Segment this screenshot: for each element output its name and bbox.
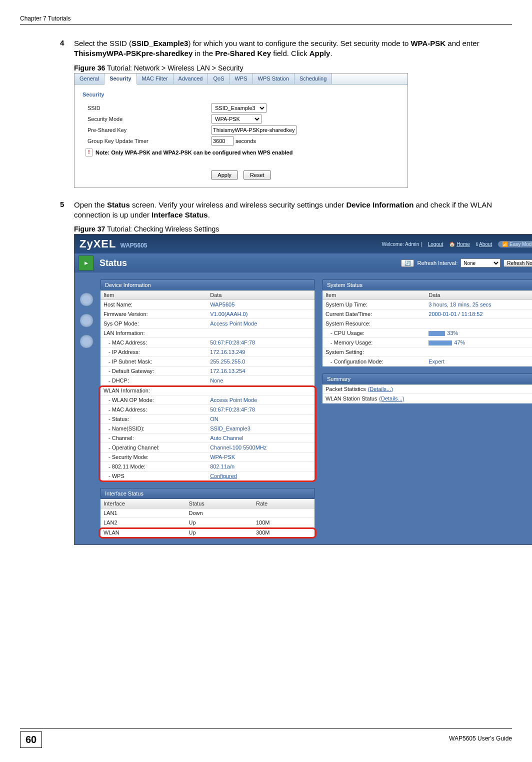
tab-scheduling[interactable]: Scheduling <box>294 74 332 84</box>
table-row: - Memory Usage:47% <box>322 338 532 348</box>
refresh-now-button[interactable]: Refresh Now <box>504 260 532 267</box>
tab-security[interactable]: Security <box>104 74 136 84</box>
refresh-controls: 🔄 Refresh Interval: None Refresh Now <box>401 258 532 268</box>
tab-mac-filter[interactable]: MAC Filter <box>137 74 174 84</box>
table-row: LAN1Down <box>100 508 314 518</box>
cell-key: - IP Subnet Mask: <box>100 357 207 366</box>
cell-value: 50:67:F0:28:4F:78 <box>207 338 314 348</box>
group-key-timer-input[interactable] <box>212 136 234 146</box>
cell-key: - Name(SSID): <box>100 424 207 434</box>
col-item: Item <box>100 290 207 300</box>
col-if: Interface <box>100 499 186 508</box>
cell-key: Sys OP Mode: <box>100 319 207 328</box>
security-mode-select[interactable]: WPA-PSK <box>212 114 262 124</box>
cell-value: 3 hours, 18 mins, 25 secs <box>426 300 532 310</box>
apply-button[interactable]: Apply <box>211 170 238 180</box>
nav-icon-1[interactable] <box>80 292 94 306</box>
link[interactable]: Configured <box>210 473 237 479</box>
cell-key: - MAC Address: <box>100 338 207 348</box>
cell-value: 50:67:F0:28:4F:78 <box>207 405 314 414</box>
details-link[interactable]: (Details...) <box>366 386 393 392</box>
figure-37-caption: Figure 37 Tutorial: Checking Wireless Se… <box>74 225 512 233</box>
cell-value: Auto Channel <box>207 434 314 443</box>
label-psk: Pre-Shared Key <box>82 127 212 133</box>
cell-value <box>426 319 532 328</box>
logout-link[interactable]: Logout <box>428 242 444 247</box>
cell-value: 33% <box>426 328 532 338</box>
table-row: - CPU Usage:33% <box>322 328 532 338</box>
device-info-table: ItemData Host Name:WAP5605Firmware Versi… <box>100 290 314 481</box>
usage-bar <box>428 340 452 346</box>
cell: WLAN Station Status(Details...) <box>322 394 532 404</box>
cell-value: Channel-100 5500MHz <box>207 443 314 452</box>
cell-key: - Default Gateway: <box>100 366 207 376</box>
table-row: - Configuration Mode:Expert <box>322 357 532 366</box>
tab-qos[interactable]: QoS <box>208 74 230 84</box>
refresh-icon[interactable]: 🔄 <box>401 260 414 267</box>
cell-status: Up <box>186 518 253 528</box>
unit-seconds: seconds <box>236 138 256 144</box>
col-item: Item <box>322 290 426 300</box>
easy-label: Easy Mode <box>510 242 532 247</box>
tab-wps-station[interactable]: WPS Station <box>253 74 294 84</box>
cell-key: - WPS <box>100 472 207 481</box>
table-row: Packet Statistics(Details...) <box>322 384 532 394</box>
fig-title: Tutorial: Network > Wireless LAN > Secur… <box>105 64 243 72</box>
cell: Packet Statistics(Details...) <box>322 384 532 394</box>
about-link[interactable]: About <box>479 242 492 247</box>
panel-head-interface: Interface Status <box>100 488 314 499</box>
tab-general[interactable]: General <box>74 74 104 84</box>
home-link[interactable]: Home <box>456 242 470 247</box>
nav-icon-2[interactable] <box>80 314 94 328</box>
cell-value <box>207 328 314 338</box>
label-mode: Security Mode <box>82 116 212 122</box>
key-bold: ThisismyWPA-PSKpre-sharedkey <box>74 49 192 58</box>
panel-head-summary: Summary <box>322 374 532 384</box>
cell-value: WAP5605 <box>207 300 314 310</box>
figure-36-caption: Figure 36 Tutorial: Network > Wireless L… <box>74 64 512 72</box>
details-link[interactable]: (Details...) <box>377 396 404 402</box>
tab-advanced[interactable]: Advanced <box>174 74 208 84</box>
tab-wps[interactable]: WPS <box>230 74 252 84</box>
table-row: - IP Subnet Mask:255.255.255.0 <box>100 357 314 366</box>
preshared-key-input[interactable] <box>212 126 296 134</box>
step-4-body: Select the SSID (SSID_Example3) for whic… <box>74 38 512 59</box>
nav-icon-3[interactable] <box>80 334 94 348</box>
table-row: - DHCP:None <box>100 376 314 386</box>
page-number: 60 <box>20 732 42 748</box>
cell-value: 255.255.255.0 <box>207 357 314 366</box>
cell-key: Current Date/Time: <box>322 310 426 319</box>
label-gkt: Group Key Update Timer <box>82 138 212 144</box>
refresh-label: Refresh Interval: <box>417 260 458 266</box>
summary-table: Packet Statistics(Details...)WLAN Statio… <box>322 384 532 404</box>
refresh-interval-select[interactable]: None <box>460 258 500 268</box>
step-5-number: 5 <box>60 200 74 220</box>
left-column: Device Information ItemData Host Name:WA… <box>100 280 314 538</box>
model-name: WAP5605 <box>120 242 147 249</box>
t: . <box>330 49 332 58</box>
cell-key: - Memory Usage: <box>322 338 426 348</box>
table-row: Sys OP Mode:Access Point Mode <box>100 319 314 328</box>
table-row: - Security Mode:WPA-PSK <box>100 452 314 462</box>
page-footer: 60 WAP5605 User's Guide <box>20 728 512 748</box>
easy-mode-button[interactable]: 📶 Easy Mode <box>498 241 532 248</box>
t: Select the SSID ( <box>74 39 132 48</box>
table-row: - Name(SSID):SSID_Example3 <box>100 424 314 434</box>
table-row: - MAC Address:50:67:F0:28:4F:78 <box>100 338 314 348</box>
devinfo-bold: Device Information <box>346 200 414 209</box>
cell-value: SSID_Example3 <box>207 424 314 434</box>
brand-logo: ZyXEL <box>80 238 116 250</box>
summary-panel: Summary Packet Statistics(Details...)WLA… <box>322 374 532 404</box>
cell-value: Expert <box>426 357 532 366</box>
status-bold: Status <box>107 200 130 209</box>
field-bold: Pre-Shared Key <box>215 49 271 58</box>
table-row: - Status:ON <box>100 414 314 424</box>
button-row: Apply Reset <box>82 170 400 180</box>
t: and enter <box>446 39 480 48</box>
ssid-select[interactable]: SSID_Example3 <box>212 104 266 112</box>
cell-value <box>426 348 532 357</box>
reset-button[interactable]: Reset <box>244 170 271 180</box>
table-row <box>100 528 314 528</box>
panel-head-device-info: Device Information <box>100 280 314 290</box>
t: screen. Verify your wireless and wireles… <box>130 200 346 209</box>
